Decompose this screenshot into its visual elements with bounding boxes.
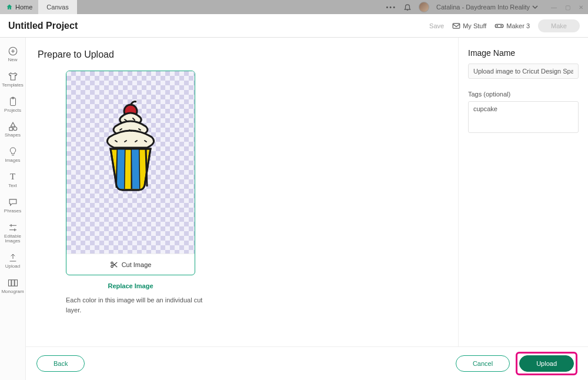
svg-point-2 xyxy=(497,25,497,26)
rail-phrases[interactable]: Phrases xyxy=(0,194,25,218)
details-pane: Image Name Tags (optional) xyxy=(459,38,588,346)
sliders-icon xyxy=(8,222,18,233)
chat-icon xyxy=(8,197,18,208)
envelope-icon xyxy=(452,22,460,29)
cupcake-image xyxy=(95,101,166,201)
tab-home-label: Home xyxy=(15,4,32,11)
machine-selector[interactable]: Maker 3 xyxy=(495,22,530,29)
window-maximize-icon[interactable]: ▢ xyxy=(565,4,570,11)
cut-image-button[interactable]: Cut Image xyxy=(66,254,195,275)
mystuff-button[interactable]: My Stuff xyxy=(452,22,486,29)
svg-point-3 xyxy=(501,25,502,26)
cancel-button[interactable]: Cancel xyxy=(456,355,510,372)
svg-rect-11 xyxy=(15,280,18,286)
svg-point-23 xyxy=(111,265,113,268)
plus-circle-icon xyxy=(8,46,18,56)
rail-projects[interactable]: Projects xyxy=(0,93,25,117)
text-icon: T xyxy=(8,172,18,182)
layer-hint: Each color in this image will be an indi… xyxy=(66,295,219,315)
prepare-pane: Prepare to Upload xyxy=(26,38,459,346)
upload-icon xyxy=(8,252,18,263)
page-heading: Prepare to Upload xyxy=(38,49,446,60)
svg-rect-5 xyxy=(10,98,15,105)
image-name-input[interactable] xyxy=(468,64,579,79)
rail-new[interactable]: New xyxy=(0,42,25,66)
svg-rect-1 xyxy=(496,24,503,27)
home-icon xyxy=(6,4,13,11)
bell-icon[interactable] xyxy=(403,3,412,11)
svg-rect-10 xyxy=(11,280,14,286)
tab-canvas[interactable]: Canvas xyxy=(38,0,76,14)
tab-home[interactable]: Home xyxy=(0,0,38,14)
tags-label: Tags (optional) xyxy=(468,91,579,98)
image-preview-card: Cut Image xyxy=(66,71,195,275)
upload-button[interactable]: Upload xyxy=(519,355,574,372)
svg-point-8 xyxy=(13,127,16,131)
tab-canvas-label: Canvas xyxy=(46,4,68,11)
bulb-icon xyxy=(8,146,18,157)
rail-editable-images[interactable]: Editable Images xyxy=(0,219,25,248)
replace-image-link[interactable]: Replace Image xyxy=(66,282,195,289)
shapes-icon xyxy=(8,121,18,132)
app-header: Untitled Project Save My Stuff Maker 3 M… xyxy=(0,14,588,38)
machine-icon xyxy=(495,22,504,29)
window-close-icon[interactable]: ✕ xyxy=(579,4,583,11)
save-button[interactable]: Save xyxy=(429,22,444,29)
rail-shapes[interactable]: Shapes xyxy=(0,118,25,142)
back-button[interactable]: Back xyxy=(36,355,85,372)
upload-highlight: Upload xyxy=(516,352,577,375)
rail-upload[interactable]: Upload xyxy=(0,249,25,273)
shirt-icon xyxy=(8,71,18,82)
avatar[interactable] xyxy=(419,2,429,12)
chevron-down-icon xyxy=(532,4,538,10)
svg-rect-0 xyxy=(453,23,460,28)
svg-rect-9 xyxy=(8,280,11,286)
user-menu[interactable]: Catalina - Daydream Into Reality xyxy=(436,4,538,11)
svg-rect-7 xyxy=(9,128,12,131)
user-label: Catalina - Daydream Into Reality xyxy=(436,4,530,11)
make-button[interactable]: Make xyxy=(538,19,580,32)
tool-rail: New Templates Projects Shapes Images T T… xyxy=(0,38,26,380)
monogram-icon xyxy=(8,278,18,288)
footer-bar: Back Cancel Upload xyxy=(26,347,588,380)
project-title: Untitled Project xyxy=(8,21,78,31)
rail-monogram[interactable]: Monogram xyxy=(0,274,25,298)
svg-point-22 xyxy=(111,262,113,264)
more-icon[interactable]: ••• xyxy=(386,4,396,11)
image-name-heading: Image Name xyxy=(468,48,579,58)
window-minimize-icon[interactable]: — xyxy=(551,4,557,11)
rail-images[interactable]: Images xyxy=(0,143,25,167)
rail-templates[interactable]: Templates xyxy=(0,68,25,92)
scissors-icon xyxy=(110,261,118,269)
rail-text[interactable]: T Text xyxy=(0,168,25,192)
window-titlebar: Home Canvas ••• Catalina - Daydream Into… xyxy=(0,0,588,14)
transparency-preview xyxy=(66,71,195,254)
clipboard-icon xyxy=(8,96,18,107)
tags-input[interactable] xyxy=(468,101,579,133)
